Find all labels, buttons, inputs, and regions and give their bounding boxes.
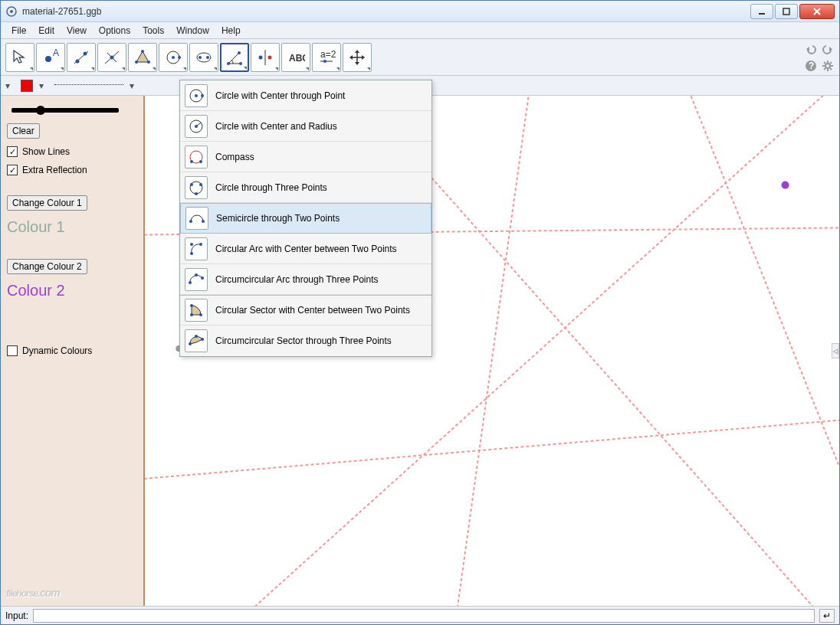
dropdown-item[interactable]: Circle with Center and Radius xyxy=(180,111,431,142)
svg-line-53 xyxy=(824,68,825,70)
circle-center-point-icon xyxy=(185,84,208,107)
svg-point-84 xyxy=(190,313,193,316)
color-dropdown-icon[interactable]: ▾ xyxy=(39,80,48,91)
show-lines-checkbox[interactable]: Show Lines xyxy=(7,146,137,157)
svg-point-88 xyxy=(195,335,198,338)
menu-options[interactable]: Options xyxy=(93,24,136,38)
slider[interactable] xyxy=(11,108,119,113)
compass-icon xyxy=(185,146,208,169)
dropdown-item[interactable]: Circle through Three Points xyxy=(180,172,431,203)
close-button[interactable] xyxy=(799,4,835,19)
svg-point-65 xyxy=(201,94,204,97)
svg-point-76 xyxy=(189,220,192,223)
svg-point-64 xyxy=(195,94,198,97)
svg-marker-38 xyxy=(355,50,359,53)
stylebar-toggle-icon[interactable]: ▾ xyxy=(5,80,15,91)
circumcircular-sector-icon xyxy=(185,329,208,352)
extra-reflection-label: Extra Reflection xyxy=(22,165,87,175)
svg-point-22 xyxy=(199,56,202,59)
tool-perpendicular[interactable] xyxy=(97,43,126,72)
tool-text[interactable]: ABC xyxy=(281,43,310,72)
svg-point-78 xyxy=(190,252,193,255)
undo-icon[interactable] xyxy=(804,42,818,56)
svg-point-27 xyxy=(238,51,241,54)
tool-reflect[interactable] xyxy=(251,43,280,72)
svg-point-81 xyxy=(189,281,192,284)
svg-text:?: ? xyxy=(809,61,814,71)
svg-text:a=2: a=2 xyxy=(320,49,336,60)
minimize-button[interactable] xyxy=(750,4,773,19)
checkbox-icon xyxy=(7,345,18,356)
dropdown-item[interactable]: Circular Arc with Center between Two Poi… xyxy=(180,234,431,264)
help-icon[interactable]: ? xyxy=(804,59,818,73)
maximize-button[interactable] xyxy=(775,4,798,19)
menubar: File Edit View Options Tools Window Help xyxy=(1,22,839,39)
color-chip[interactable] xyxy=(21,80,33,92)
change-colour-1-button[interactable]: Change Colour 1 xyxy=(7,195,87,211)
tool-polygon[interactable] xyxy=(128,43,157,72)
dropdown-item[interactable]: Semicircle through Two Points xyxy=(180,203,431,234)
svg-point-17 xyxy=(135,61,138,64)
input-submit-icon[interactable]: ↵ xyxy=(819,609,835,623)
tool-move-view[interactable] xyxy=(343,43,372,72)
titlebar: material-27651.ggb xyxy=(1,1,839,22)
svg-point-77 xyxy=(202,220,205,223)
svg-point-46 xyxy=(825,64,830,68)
line-style-selector[interactable] xyxy=(54,84,123,87)
settings-icon[interactable] xyxy=(821,59,835,73)
svg-marker-41 xyxy=(362,55,365,60)
watermark: filehorse.com xyxy=(6,578,60,602)
dropdown-item[interactable]: Circumcircular Arc through Three Points xyxy=(180,264,431,295)
svg-point-83 xyxy=(201,277,204,280)
checkbox-icon xyxy=(7,146,18,157)
circular-arc-icon xyxy=(185,237,208,260)
dynamic-colours-checkbox[interactable]: Dynamic Colours xyxy=(7,345,137,356)
svg-point-26 xyxy=(227,62,230,65)
svg-rect-3 xyxy=(783,8,789,15)
input-bar: Input: ↵ xyxy=(1,606,839,624)
svg-marker-14 xyxy=(136,51,149,62)
menu-view[interactable]: View xyxy=(61,24,93,38)
svg-point-85 xyxy=(190,304,193,307)
svg-line-51 xyxy=(824,62,825,64)
extra-reflection-checkbox[interactable]: Extra Reflection xyxy=(7,165,137,175)
tool-slider[interactable]: a=2 xyxy=(312,43,341,72)
tool-ellipse[interactable] xyxy=(189,43,218,72)
linestyle-dropdown-icon[interactable]: ▾ xyxy=(130,80,139,91)
dropdown-item[interactable]: Circumcircular Sector through Three Poin… xyxy=(180,326,431,356)
tool-angle[interactable] xyxy=(220,43,249,72)
svg-point-74 xyxy=(199,183,202,186)
input-field[interactable] xyxy=(33,609,815,623)
menu-file[interactable]: File xyxy=(5,24,32,38)
svg-line-58 xyxy=(454,96,531,606)
side-handle-icon[interactable]: ◁ xyxy=(832,343,839,358)
svg-point-9 xyxy=(76,59,80,63)
change-colour-2-button[interactable]: Change Colour 2 xyxy=(7,259,87,274)
dynamic-colours-label: Dynamic Colours xyxy=(22,345,92,356)
sidebar: Clear Show Lines Extra Reflection Change… xyxy=(1,96,145,606)
svg-text:A: A xyxy=(53,48,59,58)
menu-edit[interactable]: Edit xyxy=(32,24,61,38)
circle-tools-dropdown: Circle with Center through Point Circle … xyxy=(179,80,432,357)
tool-point[interactable]: A xyxy=(36,43,65,72)
svg-point-23 xyxy=(206,56,209,59)
svg-point-86 xyxy=(199,313,202,316)
dropdown-item[interactable]: Circle with Center through Point xyxy=(180,80,431,111)
svg-point-70 xyxy=(190,160,193,163)
input-label: Input: xyxy=(5,610,28,621)
redo-icon[interactable] xyxy=(821,42,835,56)
dropdown-item[interactable]: Compass xyxy=(180,142,431,172)
tool-circle[interactable] xyxy=(159,43,188,72)
tool-line[interactable] xyxy=(67,43,96,72)
svg-point-31 xyxy=(268,55,272,59)
slider-thumb[interactable] xyxy=(36,106,45,115)
clear-button[interactable]: Clear xyxy=(7,123,40,139)
semicircle-icon xyxy=(185,207,208,230)
dropdown-item[interactable]: Circular Sector with Center between Two … xyxy=(180,295,431,326)
svg-line-54 xyxy=(830,62,832,64)
toolbar-right: ? xyxy=(804,42,835,73)
menu-help[interactable]: Help xyxy=(215,24,247,38)
tool-move[interactable] xyxy=(5,43,34,72)
menu-tools[interactable]: Tools xyxy=(136,24,170,38)
menu-window[interactable]: Window xyxy=(170,24,215,38)
